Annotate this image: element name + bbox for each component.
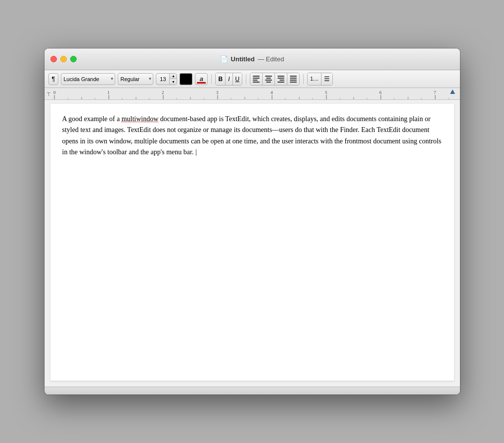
align-line-3 xyxy=(253,80,258,81)
justify-line-3 xyxy=(290,80,297,81)
close-button[interactable] xyxy=(50,56,57,62)
paragraph-button[interactable]: ¶ xyxy=(48,73,59,85)
maximize-button[interactable] xyxy=(70,56,77,62)
text-color-button[interactable]: a xyxy=(195,73,208,85)
separator-1 xyxy=(211,74,212,84)
font-size-up[interactable]: ▲ xyxy=(170,73,177,79)
font-style-wrapper: Regular ▼ xyxy=(118,73,153,85)
text-cursor xyxy=(195,148,197,156)
align-justify-button[interactable] xyxy=(287,73,299,85)
text-color-label: a xyxy=(200,75,203,83)
bottom-bar xyxy=(45,387,460,395)
center-line-3 xyxy=(265,80,272,81)
svg-text:2: 2 xyxy=(162,90,164,95)
right-line-4 xyxy=(277,82,284,83)
font-size-down[interactable]: ▼ xyxy=(170,79,177,85)
font-family-select[interactable]: Lucida Grande xyxy=(61,73,115,85)
right-line-1 xyxy=(277,76,284,77)
multiwindow-word: multiwindow xyxy=(122,115,159,123)
font-family-wrapper: Lucida Grande ▼ xyxy=(61,73,115,85)
font-style-select[interactable]: Regular xyxy=(118,73,153,85)
svg-text:1: 1 xyxy=(107,90,110,95)
align-center-button[interactable] xyxy=(263,73,275,85)
italic-button[interactable]: I xyxy=(226,73,232,85)
window-title: 📄 Untitled — Edited xyxy=(220,55,284,63)
title-bar: 📄 Untitled — Edited xyxy=(45,48,460,70)
text-style-group: B I U xyxy=(215,73,242,86)
font-size-control: 13 ▲ ▼ xyxy=(156,73,177,85)
ruler: ⊤ 0 1 2 3 4 5 6 7 xyxy=(45,88,460,100)
justify-line-2 xyxy=(290,78,297,79)
list-group: 1.... ☰ xyxy=(307,73,333,86)
svg-text:0: 0 xyxy=(53,90,56,95)
align-justify-icon xyxy=(290,75,297,84)
main-window: 📄 Untitled — Edited ¶ Lucida Grande ▼ Re… xyxy=(45,48,460,395)
alignment-group xyxy=(250,73,300,86)
document-page[interactable]: A good example of a multiwindow document… xyxy=(50,104,454,381)
align-left-icon xyxy=(253,75,260,84)
svg-text:⊤: ⊤ xyxy=(46,91,51,97)
svg-text:7: 7 xyxy=(434,90,436,95)
bullet-list-button[interactable]: ☰ xyxy=(321,73,332,85)
center-line-1 xyxy=(265,76,272,77)
right-margin-marker xyxy=(450,89,455,94)
numbered-list-button[interactable]: 1.... xyxy=(308,73,321,85)
underline-button[interactable]: U xyxy=(233,73,242,85)
minimize-button[interactable] xyxy=(60,56,67,62)
align-right-button[interactable] xyxy=(275,73,287,85)
align-line-1 xyxy=(253,76,260,77)
svg-text:3: 3 xyxy=(216,90,219,95)
svg-text:5: 5 xyxy=(325,90,327,95)
right-line-2 xyxy=(277,78,284,79)
center-line-4 xyxy=(266,82,271,83)
text-color-swatch[interactable] xyxy=(180,73,192,85)
toolbar: ¶ Lucida Grande ▼ Regular ▼ 13 ▲ ▼ xyxy=(45,70,460,88)
align-right-icon xyxy=(277,75,284,84)
text-color-underline xyxy=(197,82,206,84)
document-area[interactable]: A good example of a multiwindow document… xyxy=(45,100,460,387)
ruler-svg: ⊤ 0 1 2 3 4 5 6 7 xyxy=(45,88,460,100)
right-line-3 xyxy=(279,80,284,81)
font-size-arrows: ▲ ▼ xyxy=(169,73,177,85)
traffic-lights xyxy=(50,56,77,62)
separator-2 xyxy=(246,74,246,84)
svg-text:4: 4 xyxy=(271,90,273,95)
align-left-button[interactable] xyxy=(250,73,263,85)
document-title: Untitled xyxy=(231,55,255,63)
edited-status: — Edited xyxy=(258,55,284,63)
align-center-icon xyxy=(265,75,272,84)
justify-line-4 xyxy=(290,82,297,83)
document-content[interactable]: A good example of a multiwindow document… xyxy=(62,114,442,158)
justify-line-1 xyxy=(290,76,297,77)
align-line-2 xyxy=(253,78,260,79)
svg-text:6: 6 xyxy=(379,90,382,95)
bold-button[interactable]: B xyxy=(216,73,226,85)
font-size-input[interactable]: 13 xyxy=(156,76,169,82)
align-line-4 xyxy=(253,82,260,83)
center-line-2 xyxy=(266,78,271,79)
separator-3 xyxy=(303,74,304,84)
document-icon: 📄 xyxy=(220,55,228,63)
